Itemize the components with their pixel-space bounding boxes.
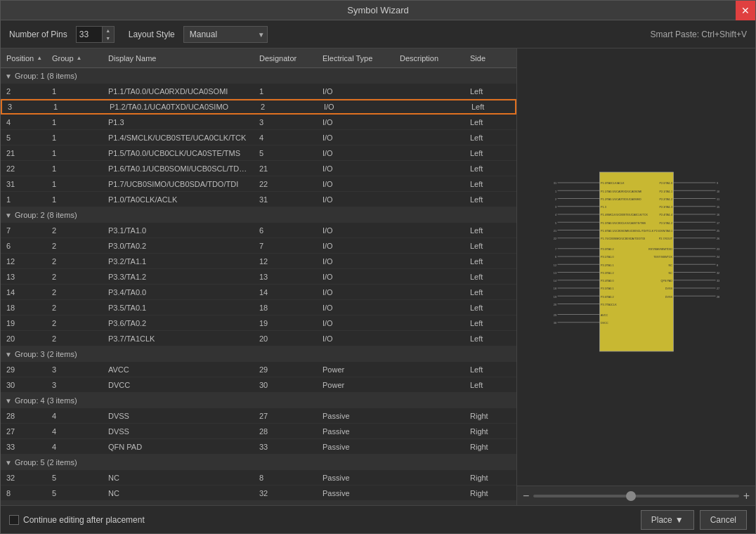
td-group: 4 [46, 412, 103, 420]
td-designator: 1 [254, 87, 317, 96]
layout-select[interactable]: Manual Single Side Two Sides [183, 26, 268, 43]
table-row[interactable]: 28 4 DVSS 27 Passive Right [1, 408, 516, 424]
group-label-3: Group: 3 (2 items) [15, 350, 77, 358]
svg-text:30: 30 [553, 322, 556, 325]
sort-group-icon: ▲ [77, 55, 82, 61]
table-row[interactable]: 31 1 P1.7/UCB0SIMO/UCB0SDA/TDO/TDI 22 I/… [1, 176, 516, 192]
th-position[interactable]: Position ▲ [1, 54, 46, 63]
table-row[interactable]: 18 2 P3.5/TA0.1 18 I/O Left [1, 300, 516, 315]
table-row[interactable]: 3 1 P1.2/TA0.1/UCA0TXD/UCA0SIMO 2 I/O Le… [1, 99, 516, 115]
group-arrow-2[interactable]: ▼ [5, 211, 12, 219]
smart-paste-label: Smart Paste: Ctrl+Shift+V [651, 30, 747, 39]
td-side: Left [464, 149, 510, 157]
table-row[interactable]: 19 2 P3.6/TA0.2 19 I/O Left [1, 315, 516, 331]
spin-down-button[interactable]: ▼ [103, 34, 114, 42]
layout-label: Layout Style [129, 30, 175, 39]
table-row[interactable]: 8 5 NC 32 Passive Right [1, 486, 516, 501]
td-side: Left [464, 134, 510, 142]
svg-text:8: 8 [717, 264, 718, 267]
spin-up-button[interactable]: ▲ [103, 27, 114, 34]
continue-editing-checkbox[interactable] [9, 515, 19, 525]
table-row[interactable]: 22 1 P1.6/TA0.1/UCB0SOMI/UCB0SCL/TDI/TCL… [1, 161, 516, 176]
table-row[interactable]: 33 4 QFN PAD 33 Passive Right [1, 439, 516, 455]
td-elec-type: I/O [317, 319, 394, 327]
svg-text:P2.6/XIN/TA0.1: P2.6/XIN/TA0.1 [654, 230, 672, 233]
td-group: 1 [46, 149, 103, 157]
td-group: 2 [46, 257, 103, 266]
svg-text:17: 17 [717, 222, 719, 225]
cancel-button[interactable]: Cancel [700, 510, 747, 530]
group-header-2[interactable]: ▼ Group: 2 (8 items) [1, 207, 516, 223]
td-side: Left [464, 365, 510, 374]
td-elec-type: I/O [317, 164, 394, 173]
table-row[interactable]: 14 2 P3.4/TA0.0 14 I/O Left [1, 285, 516, 300]
group-header-1[interactable]: ▼ Group: 1 (8 items) [1, 68, 516, 84]
pin-count-input[interactable] [77, 27, 102, 42]
th-display[interactable]: Display Name [103, 54, 254, 63]
table-row[interactable]: 6 2 P3.0/TA0.2 7 I/O Left [1, 238, 516, 254]
table-row[interactable]: 21 1 P1.5/TA0.0/UCB0CLK/UCA0STE/TMS 5 I/… [1, 145, 516, 161]
place-button[interactable]: Place ▼ [641, 510, 694, 530]
th-elec-type[interactable]: Electrical Type [317, 54, 394, 63]
td-display: P3.4/TA0.0 [103, 288, 254, 297]
td-position: 14 [1, 288, 46, 297]
td-designator: 33 [254, 443, 317, 451]
td-designator: 20 [254, 334, 317, 343]
table-row[interactable]: 4 1 P1.3 3 I/O Left [1, 115, 516, 130]
svg-text:RST/NMI/SBWTDIO: RST/NMI/SBWTDIO [649, 248, 672, 251]
svg-text:16: 16 [717, 214, 719, 216]
td-elec-type: Passive [317, 443, 394, 451]
th-side[interactable]: Side [464, 54, 510, 63]
td-group: 1 [48, 103, 104, 111]
zoom-thumb[interactable] [626, 491, 636, 501]
table-row[interactable]: 29 3 AVCC 29 Power Left [1, 362, 516, 377]
continue-editing-label[interactable]: Continue editing after placement [9, 515, 145, 525]
svg-text:24: 24 [717, 256, 719, 259]
td-position: 29 [1, 365, 46, 374]
group-arrow-4[interactable]: ▼ [5, 397, 12, 405]
group-arrow-1[interactable]: ▼ [5, 72, 12, 80]
td-group: 2 [46, 273, 103, 281]
group-arrow-3[interactable]: ▼ [5, 351, 12, 358]
td-designator: 5 [254, 149, 317, 157]
td-designator: 29 [254, 365, 317, 374]
td-display: QFN PAD [103, 443, 254, 451]
svg-text:P3.3/TA1.2: P3.3/TA1.2 [601, 272, 613, 275]
table-row[interactable]: 20 2 P3.7/TA1CLK 20 I/O Left [1, 331, 516, 346]
td-elec-type: Passive [317, 412, 394, 420]
td-group: 2 [46, 226, 103, 235]
continue-editing-text: Continue editing after placement [23, 515, 145, 525]
close-button[interactable]: ✕ [736, 1, 755, 20]
zoom-minus-button[interactable]: − [523, 490, 529, 502]
td-designator: 7 [254, 242, 317, 250]
table-scroll[interactable]: ▼ Group: 1 (8 items) 2 1 P1.1/TA0.0/UCA0… [1, 68, 516, 505]
group-header-4[interactable]: ▼ Group: 4 (3 items) [1, 393, 516, 408]
table-row[interactable]: 30 3 DVCC 30 Power Left [1, 377, 516, 393]
table-row[interactable]: 27 4 DVSS 28 Passive Right [1, 424, 516, 439]
group-header-5[interactable]: ▼ Group: 5 (2 items) [1, 455, 516, 470]
svg-text:28: 28 [717, 296, 719, 299]
th-group[interactable]: Group ▲ [46, 54, 103, 63]
th-designator[interactable]: Designator [254, 54, 317, 63]
table-row[interactable]: 5 1 P1.4/SMCLK/UCB0STE/UCA0CLK/TCK 4 I/O… [1, 130, 516, 145]
zoom-slider[interactable] [533, 495, 738, 497]
table-row[interactable]: 32 5 NC 8 Passive Right [1, 470, 516, 486]
svg-text:DVSS: DVSS [665, 287, 672, 290]
group-arrow-5[interactable]: ▼ [5, 459, 12, 467]
table-row[interactable]: 2 1 P1.1/TA0.0/UCA0RXD/UCA0SOMI 1 I/O Le… [1, 84, 516, 99]
th-description[interactable]: Description [394, 54, 464, 63]
group-header-3[interactable]: ▼ Group: 3 (2 items) [1, 346, 516, 362]
table-row[interactable]: 13 2 P3.3/TA1.2 13 I/O Left [1, 269, 516, 285]
svg-text:P1.3: P1.3 [601, 206, 606, 209]
table-row[interactable]: 12 2 P3.2/TA1.1 12 I/O Left [1, 254, 516, 269]
svg-text:9: 9 [717, 182, 718, 185]
svg-text:P3.0/TA0.2: P3.0/TA0.2 [601, 248, 613, 251]
td-position: 28 [1, 412, 46, 420]
td-display: P3.0/TA0.2 [103, 242, 254, 250]
svg-text:P2.2/TA1.2: P2.2/TA1.2 [659, 198, 672, 201]
table-row[interactable]: 7 2 P3.1/TA1.0 6 I/O Left [1, 223, 516, 238]
table-row[interactable]: 1 1 P1.0/TA0CLK/ACLK 31 I/O Left [1, 192, 516, 207]
td-designator: 3 [254, 118, 317, 126]
zoom-plus-button[interactable]: + [743, 490, 750, 502]
td-group: 1 [46, 118, 103, 126]
